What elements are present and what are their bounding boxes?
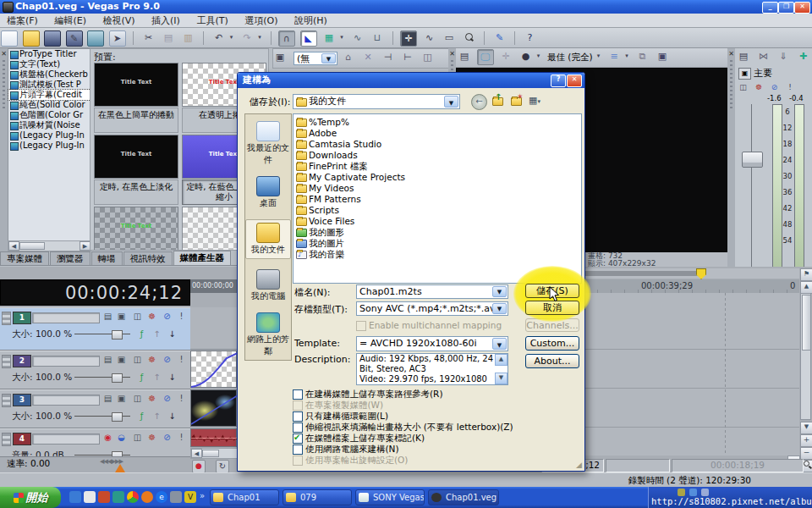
generator-item-selected[interactable]: 片頭字幕(Credit — [8, 90, 91, 100]
copy-snapshot-icon[interactable]: ⧉ — [635, 49, 650, 64]
place-my-documents-selected[interactable]: 我的文件 — [245, 219, 291, 259]
zoom-out-vertical-icon[interactable]: − — [800, 447, 812, 460]
minimize-button[interactable]: _ — [762, 2, 778, 14]
chevron-down-icon[interactable]: ▼ — [492, 338, 507, 350]
external-monitor-icon[interactable]: 🖵 — [477, 49, 494, 65]
description-box[interactable]: Audio: 192 Kbps, 48,000 Hz, 24 Bit, Ster… — [356, 353, 508, 385]
track-fx-icon[interactable]: ◫ — [131, 354, 144, 366]
slider-thumb[interactable] — [112, 330, 123, 340]
place-my-computer[interactable]: 我的電腦 — [245, 269, 291, 302]
level-slider[interactable] — [74, 377, 130, 378]
chevron-down-icon[interactable]: ▾ — [535, 49, 542, 64]
project-video-properties-icon[interactable]: ▤ — [457, 49, 472, 64]
track-name-field[interactable] — [32, 312, 100, 323]
quick-launch-icon[interactable] — [69, 491, 81, 503]
normal-edit-tool-icon[interactable]: ✛ — [400, 30, 417, 47]
save-in-combo[interactable]: 我的文件 ▼ — [293, 94, 460, 109]
loop-playback-button[interactable]: ↻ — [216, 460, 229, 473]
fx-automation-icon[interactable]: ƒ — [135, 329, 148, 340]
lock-envelopes-icon[interactable]: ∿ — [350, 30, 365, 45]
invert-phase-icon[interactable]: ◒ — [115, 432, 128, 444]
expand-up-icon[interactable]: ↑ — [151, 329, 163, 340]
marker-bar[interactable] — [584, 268, 799, 279]
chevron-down-icon[interactable]: ▼ — [492, 286, 507, 297]
custom-button[interactable]: Custom... — [525, 336, 579, 351]
file-list-item[interactable]: My Captivate Projects — [294, 172, 581, 183]
generator-item[interactable]: (Legacy Plug-In — [8, 141, 91, 151]
mixer-properties-icon[interactable]: ▤ — [736, 49, 751, 64]
loop-region-marker[interactable] — [696, 268, 706, 279]
insert-fx-icon[interactable]: ✚ — [796, 49, 811, 64]
ignore-grouping-icon[interactable]: ⊔ — [370, 30, 385, 45]
level-slider[interactable] — [74, 334, 130, 334]
save-project-icon[interactable] — [44, 30, 61, 47]
file-list-item[interactable]: Adobe — [294, 128, 581, 139]
open-project-icon[interactable] — [23, 30, 40, 47]
track-grip[interactable] — [2, 355, 11, 368]
track-fx-icon[interactable]: ◫ — [131, 432, 144, 444]
trimmer-media-combo[interactable]: (無▼ — [294, 52, 337, 65]
checkbox-render-loop-region[interactable]: 只有建構循環範圍(L) — [293, 411, 388, 422]
menu-tools[interactable]: 工具(T) — [189, 14, 234, 27]
mute-icon[interactable]: ⊘ — [161, 432, 173, 444]
tray-icon[interactable] — [678, 489, 685, 496]
cancel-button[interactable]: 取消 — [525, 301, 579, 315]
tray-icon[interactable] — [689, 489, 697, 496]
menu-insert[interactable]: 插入(I) — [145, 14, 187, 27]
settings-gear-icon[interactable]: ☸ — [754, 82, 765, 92]
file-list-item[interactable]: Camtasia Studio — [294, 139, 581, 150]
checkbox-icon[interactable] — [293, 411, 303, 422]
lane-track-2-clip[interactable] — [190, 351, 237, 388]
mute-icon[interactable]: ⊘ — [769, 82, 780, 92]
track-number-badge[interactable]: 4 — [13, 433, 31, 445]
track-name-field[interactable] — [32, 356, 100, 367]
trimmer-icon[interactable]: ▣ — [274, 50, 286, 64]
help-icon[interactable]: ? — [551, 75, 566, 87]
mute-icon[interactable]: ⊘ — [161, 393, 173, 405]
checkbox-save-project-path[interactable]: 在建構媒體上儲存專案路徑參考(R) — [293, 389, 443, 400]
fx-automation-icon[interactable]: ƒ — [135, 372, 148, 384]
quick-launch-icon[interactable]: e — [156, 491, 167, 503]
trimmer-save-icon[interactable]: ⌂ — [341, 50, 356, 64]
generator-item[interactable]: 色階圖(Color Gr — [8, 110, 91, 120]
preset-caption[interactable]: 在黑色上簡單的捲動 — [94, 108, 178, 133]
lane-track-4-audio-clip[interactable] — [190, 428, 237, 447]
split-screen-icon[interactable]: ≡ — [606, 49, 622, 64]
dialog-close-icon[interactable]: ✕ — [567, 75, 582, 87]
close-panel-icon[interactable]: ✕ — [727, 50, 735, 58]
chevron-more-icon[interactable]: » — [200, 491, 205, 500]
downmix-output-icon[interactable]: ⇓ — [776, 49, 791, 64]
slider-thumb[interactable] — [112, 412, 123, 422]
start-button[interactable]: 開始 — [0, 487, 61, 508]
generator-item[interactable]: ProType Titler — [8, 49, 91, 59]
grid-overlay-icon[interactable]: ✛ — [498, 49, 513, 64]
checkbox-checked-icon[interactable] — [293, 433, 303, 444]
file-list-item[interactable]: 我的圖片 — [294, 238, 581, 249]
checkbox-icon[interactable] — [293, 444, 303, 455]
description-scrollbar[interactable]: ▲ ▼ — [495, 354, 507, 384]
quick-launch-icon[interactable] — [170, 491, 182, 503]
preset-thumbnail[interactable]: Title Text — [94, 135, 178, 179]
file-list-item[interactable]: ♪我的音樂 — [294, 249, 581, 260]
insert-bus-icon[interactable]: ⋈ — [756, 49, 771, 64]
copy-icon[interactable]: ▤ — [161, 30, 176, 45]
compositing-mode-icon[interactable]: ▤ — [102, 311, 114, 323]
tab-project-media[interactable]: 專案媒體 — [0, 251, 49, 265]
trimmer-next-icon[interactable]: ⊢ — [400, 50, 415, 64]
checkbox-icon[interactable] — [293, 389, 303, 400]
import-media-icon[interactable]: ➤ — [109, 30, 126, 47]
restore-button[interactable]: ❐ — [778, 2, 794, 14]
file-list-item[interactable]: My Videos — [294, 183, 581, 194]
preview-quality-dropdown[interactable]: 最佳 (完全) — [547, 48, 593, 65]
up-one-level-icon[interactable]: ↑ — [491, 95, 506, 108]
scrollbar-thumb[interactable] — [19, 242, 45, 250]
selection-end-time-box[interactable]: 00:00:18;19 — [672, 459, 804, 472]
whats-this-help-icon[interactable]: ? — [523, 30, 538, 45]
lane-track-3-video-clip[interactable] — [190, 389, 237, 427]
close-panel-icon[interactable]: ✕ — [0, 50, 8, 58]
fx-icon[interactable]: ◫ — [738, 82, 749, 92]
view-menu-icon[interactable]: ▦▾ — [529, 95, 551, 108]
fx-automation-icon[interactable]: ƒ — [135, 411, 148, 422]
expand-up-icon[interactable]: ↑ — [151, 411, 163, 422]
menu-help[interactable]: 說明(H) — [288, 14, 334, 27]
